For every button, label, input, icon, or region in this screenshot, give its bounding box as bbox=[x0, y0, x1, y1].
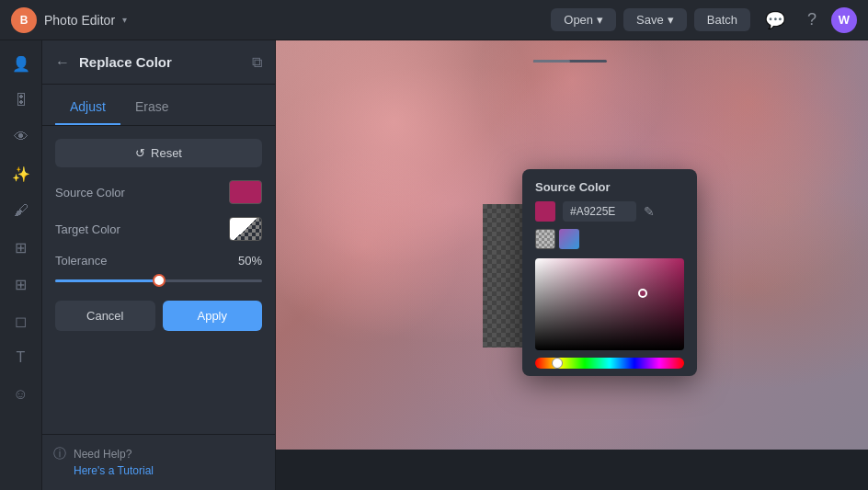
action-row: Cancel Apply bbox=[55, 301, 262, 331]
reset-button[interactable]: ↺ Reset bbox=[55, 139, 262, 167]
hue-slider-wrapper bbox=[535, 358, 684, 369]
tab-adjust[interactable]: Adjust bbox=[55, 94, 120, 125]
hex-input[interactable] bbox=[563, 201, 636, 222]
save-button[interactable]: Save ▾ bbox=[623, 8, 687, 31]
sidebar-shape-btn[interactable]: ◻ bbox=[6, 305, 37, 336]
help-row: ⓘ Need Help? Here's a Tutorial bbox=[42, 434, 275, 490]
reset-icon: ↺ bbox=[135, 146, 145, 160]
tutorial-link[interactable]: Here's a Tutorial bbox=[74, 464, 154, 477]
sidebar-brush-btn[interactable]: 🖌 bbox=[6, 195, 37, 226]
tolerance-label: Tolerance bbox=[55, 254, 107, 268]
save-chevron-icon: ▾ bbox=[668, 13, 674, 27]
tolerance-slider[interactable] bbox=[55, 273, 262, 288]
tolerance-row: Tolerance 50% bbox=[55, 254, 262, 288]
source-color-label: Source Color bbox=[55, 186, 125, 199]
chat-icon[interactable]: 💬 bbox=[758, 6, 793, 34]
picker-title: Source Color bbox=[522, 169, 697, 201]
hue-slider[interactable] bbox=[535, 358, 684, 369]
hue-thumb[interactable] bbox=[552, 358, 563, 369]
color-picker-popup: Source Color ✎ bbox=[522, 169, 697, 376]
app-title: Photo Editor bbox=[44, 13, 115, 28]
panel-content: ↺ Reset Source Color Target Color Tolera… bbox=[42, 126, 275, 434]
transparent-preset[interactable] bbox=[535, 229, 555, 249]
help-icon[interactable]: ? bbox=[800, 6, 824, 33]
sidebar-eye-btn[interactable]: 👁 bbox=[6, 121, 37, 153]
copy-button[interactable]: ⧉ bbox=[252, 54, 262, 71]
main-area: 👤 🎛 👁 ✨ 🖌 ⊞ ⊞ ◻ T ☺ ← Replace Color ⧉ Ad… bbox=[0, 40, 868, 490]
eyedropper-button[interactable]: ✎ bbox=[644, 204, 655, 219]
gradient-canvas-wrapper bbox=[535, 258, 684, 350]
cancel-button[interactable]: Cancel bbox=[55, 301, 155, 331]
title-chevron-icon: ▾ bbox=[122, 15, 127, 25]
zoom-slider[interactable] bbox=[533, 60, 607, 63]
sidebar-sticker-btn[interactable]: ☺ bbox=[6, 379, 37, 410]
picker-presets bbox=[522, 229, 697, 258]
open-chevron-icon: ▾ bbox=[597, 13, 603, 27]
picker-controls: ✎ bbox=[522, 201, 697, 229]
icon-sidebar: 👤 🎛 👁 ✨ 🖌 ⊞ ⊞ ◻ T ☺ bbox=[0, 40, 42, 490]
tab-erase[interactable]: Erase bbox=[120, 94, 184, 125]
app-logo: B bbox=[11, 7, 37, 33]
target-color-swatch[interactable] bbox=[229, 217, 262, 241]
sidebar-magic-btn[interactable]: ✨ bbox=[6, 158, 37, 189]
back-button[interactable]: ← bbox=[55, 54, 70, 71]
sidebar-layers-btn[interactable]: ⊞ bbox=[6, 232, 37, 263]
canvas-area[interactable]: Source Color ✎ bbox=[276, 40, 868, 490]
panel-title: Replace Color bbox=[79, 54, 243, 70]
open-button[interactable]: Open ▾ bbox=[551, 8, 616, 31]
tolerance-value: 50% bbox=[238, 254, 262, 268]
source-color-swatch[interactable] bbox=[229, 180, 262, 204]
source-color-row: Source Color bbox=[55, 180, 262, 204]
avatar[interactable]: W bbox=[831, 7, 857, 33]
help-text: Need Help? Here's a Tutorial bbox=[74, 446, 154, 479]
topbar: B Photo Editor ▾ Open ▾ Save ▾ Batch 💬 ?… bbox=[0, 0, 868, 40]
batch-button[interactable]: Batch bbox=[694, 8, 750, 31]
help-circle-icon: ⓘ bbox=[53, 446, 66, 462]
gradient-square[interactable] bbox=[535, 258, 684, 350]
panel: ← Replace Color ⧉ Adjust Erase ↺ Reset S… bbox=[42, 40, 276, 490]
sidebar-adjust-btn[interactable]: 🎛 bbox=[6, 85, 37, 116]
picker-color-swatch[interactable] bbox=[535, 201, 555, 222]
target-color-label: Target Color bbox=[55, 222, 120, 236]
sidebar-text-btn[interactable]: T bbox=[6, 342, 37, 373]
panel-tabs: Adjust Erase bbox=[42, 85, 275, 126]
gradient-cursor[interactable] bbox=[638, 289, 647, 298]
sidebar-grid-btn[interactable]: ⊞ bbox=[6, 268, 37, 300]
sidebar-face-btn[interactable]: 👤 bbox=[6, 48, 37, 79]
panel-header: ← Replace Color ⧉ bbox=[42, 40, 275, 85]
target-color-row: Target Color bbox=[55, 217, 262, 241]
gradient-preset[interactable] bbox=[559, 229, 579, 249]
apply-button[interactable]: Apply bbox=[163, 301, 263, 331]
logo-initial: B bbox=[20, 14, 29, 27]
tolerance-thumb[interactable] bbox=[153, 274, 166, 287]
